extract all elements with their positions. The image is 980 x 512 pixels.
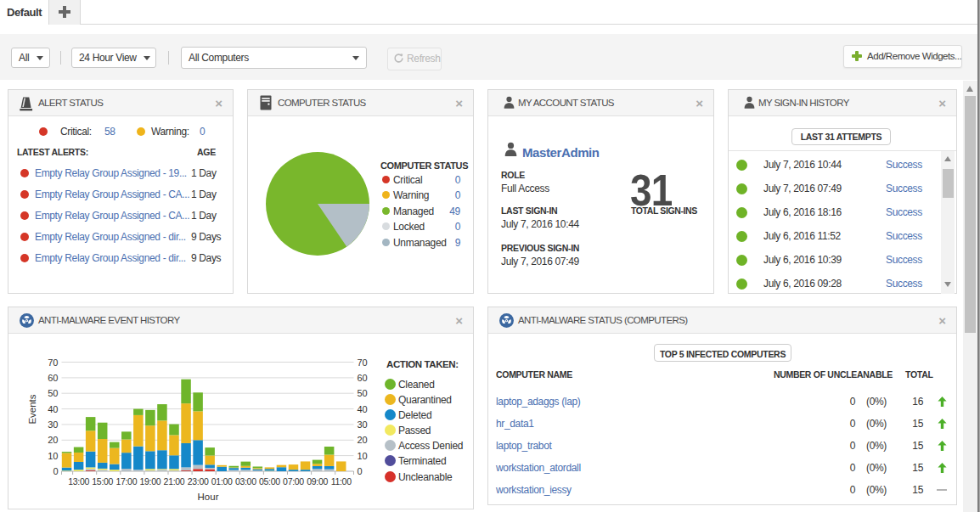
svg-text:01:00: 01:00 xyxy=(211,476,233,487)
svg-text:20: 20 xyxy=(358,435,368,445)
svg-text:03:00: 03:00 xyxy=(235,476,256,487)
svg-text:09:00: 09:00 xyxy=(307,476,328,487)
svg-text:40: 40 xyxy=(358,404,368,414)
svg-text:50: 50 xyxy=(48,388,58,398)
svg-text:0: 0 xyxy=(358,466,363,476)
svg-text:50: 50 xyxy=(358,388,368,398)
svg-text:05:00: 05:00 xyxy=(259,476,280,487)
svg-text:15:00: 15:00 xyxy=(92,476,113,487)
svg-text:30: 30 xyxy=(48,419,58,430)
svg-text:30: 30 xyxy=(358,419,368,430)
svg-text:70: 70 xyxy=(358,357,368,368)
svg-text:60: 60 xyxy=(358,373,368,383)
svg-text:40: 40 xyxy=(48,404,58,414)
svg-text:11:00: 11:00 xyxy=(331,476,352,487)
svg-text:70: 70 xyxy=(48,357,58,368)
svg-text:21:00: 21:00 xyxy=(164,476,185,487)
svg-text:17:00: 17:00 xyxy=(115,476,137,487)
svg-text:10: 10 xyxy=(48,451,58,461)
svg-text:10: 10 xyxy=(358,451,368,461)
svg-text:23:00: 23:00 xyxy=(188,476,209,487)
svg-text:60: 60 xyxy=(48,373,58,383)
svg-text:0: 0 xyxy=(53,466,58,476)
svg-text:Hour: Hour xyxy=(198,492,219,502)
svg-text:19:00: 19:00 xyxy=(140,476,161,487)
svg-text:Events: Events xyxy=(27,394,37,424)
svg-text:13:00: 13:00 xyxy=(68,476,89,487)
svg-text:20: 20 xyxy=(48,435,58,445)
svg-text:07:00: 07:00 xyxy=(283,476,304,487)
